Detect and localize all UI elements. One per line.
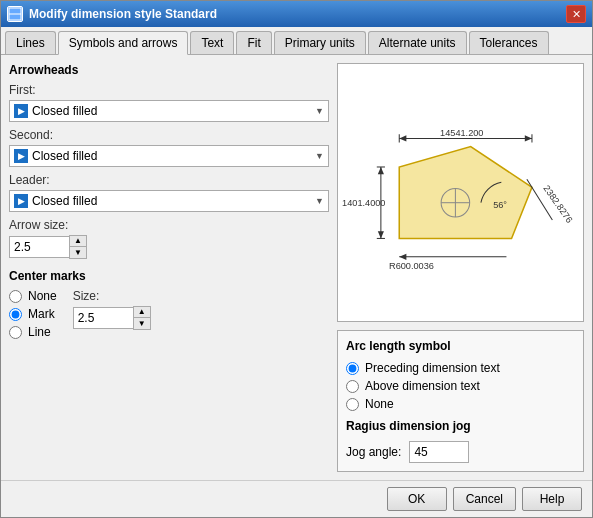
- arc-none-radio-label: None: [365, 397, 394, 411]
- jog-label: Ragius dimension jog: [346, 419, 575, 433]
- arc-length-radio-group: Preceding dimension text Above dimension…: [346, 361, 575, 411]
- help-button[interactable]: Help: [522, 487, 582, 511]
- tab-symbols-and-arrows[interactable]: Symbols and arrows: [58, 31, 189, 55]
- preceding-radio-label: Preceding dimension text: [365, 361, 500, 375]
- center-marks-radio-group: None Mark Line: [9, 289, 57, 339]
- size-up[interactable]: ▲: [134, 307, 150, 318]
- arrowheads-group: Arrowheads First: ▶ Closed filled ▼ Seco…: [9, 63, 329, 259]
- leader-label: Leader:: [9, 173, 329, 187]
- leader-dropdown-row: ▶ Closed filled ▼: [9, 190, 329, 212]
- size-section: Size: ▲ ▼: [73, 289, 151, 330]
- window-icon: [7, 6, 23, 22]
- jog-angle-input[interactable]: [409, 441, 469, 463]
- arc-none-radio[interactable]: [346, 398, 359, 411]
- size-spinbox: ▲ ▼: [73, 306, 151, 330]
- first-dropdown-row: ▶ Closed filled ▼: [9, 100, 329, 122]
- svg-text:1401.4000: 1401.4000: [342, 198, 385, 208]
- arc-length-label: Arc length symbol: [346, 339, 575, 353]
- preceding-radio[interactable]: [346, 362, 359, 375]
- main-window: Modify dimension style Standard ✕ Lines …: [0, 0, 593, 518]
- dropdown-arrow-1: ▼: [315, 106, 324, 116]
- mark-radio-label: Mark: [28, 307, 55, 321]
- jog-section: Ragius dimension jog Jog angle:: [346, 419, 575, 463]
- above-radio[interactable]: [346, 380, 359, 393]
- tab-tolerances[interactable]: Tolerances: [469, 31, 549, 54]
- arrow-size-spin-buttons: ▲ ▼: [69, 235, 87, 259]
- above-radio-row: Above dimension text: [346, 379, 575, 393]
- jog-angle-row: Jog angle:: [346, 441, 575, 463]
- jog-angle-label: Jog angle:: [346, 445, 401, 459]
- arc-none-radio-row: None: [346, 397, 575, 411]
- svg-text:56°: 56°: [493, 200, 507, 210]
- line-radio-label: Line: [28, 325, 51, 339]
- none-radio[interactable]: [9, 290, 22, 303]
- arrowhead-icon-3: ▶: [14, 194, 28, 208]
- tab-text[interactable]: Text: [190, 31, 234, 54]
- mark-radio[interactable]: [9, 308, 22, 321]
- close-button[interactable]: ✕: [566, 5, 586, 23]
- none-radio-label: None: [28, 289, 57, 303]
- tab-fit[interactable]: Fit: [236, 31, 271, 54]
- svg-text:R600.0036: R600.0036: [389, 261, 434, 271]
- center-marks-label: Center marks: [9, 269, 329, 283]
- size-down[interactable]: ▼: [134, 318, 150, 329]
- first-label: First:: [9, 83, 329, 97]
- leader-arrowhead-dropdown[interactable]: ▶ Closed filled ▼: [9, 190, 329, 212]
- second-label: Second:: [9, 128, 329, 142]
- none-radio-row: None: [9, 289, 57, 303]
- line-radio-row: Line: [9, 325, 57, 339]
- svg-text:14541.200: 14541.200: [440, 128, 483, 138]
- arc-length-section: Arc length symbol Preceding dimension te…: [337, 330, 584, 472]
- line-radio[interactable]: [9, 326, 22, 339]
- above-radio-label: Above dimension text: [365, 379, 480, 393]
- second-dropdown-row: ▶ Closed filled ▼: [9, 145, 329, 167]
- dropdown-arrow-2: ▼: [315, 151, 324, 161]
- main-content: Arrowheads First: ▶ Closed filled ▼ Seco…: [1, 55, 592, 480]
- left-panel: Arrowheads First: ▶ Closed filled ▼ Seco…: [9, 63, 329, 472]
- dimension-preview: 14541.200 1401.4000 R600.0036 2382.8276: [337, 63, 584, 322]
- size-label: Size:: [73, 289, 151, 303]
- mark-radio-row: Mark: [9, 307, 57, 321]
- arrow-size-input[interactable]: [9, 236, 69, 258]
- arrow-size-down[interactable]: ▼: [70, 247, 86, 258]
- tab-primary-units[interactable]: Primary units: [274, 31, 366, 54]
- arrow-size-spinbox: ▲ ▼: [9, 235, 329, 259]
- titlebar: Modify dimension style Standard ✕: [1, 1, 592, 27]
- window-title: Modify dimension style Standard: [29, 7, 566, 21]
- center-marks-group: Center marks None Mark Line: [9, 269, 329, 339]
- arrowheads-label: Arrowheads: [9, 63, 329, 77]
- right-panel: 14541.200 1401.4000 R600.0036 2382.8276: [337, 63, 584, 472]
- second-arrowhead-dropdown[interactable]: ▶ Closed filled ▼: [9, 145, 329, 167]
- cancel-button[interactable]: Cancel: [453, 487, 516, 511]
- bottom-bar: OK Cancel Help: [1, 480, 592, 517]
- tab-bar: Lines Symbols and arrows Text Fit Primar…: [1, 27, 592, 55]
- dropdown-arrow-3: ▼: [315, 196, 324, 206]
- ok-button[interactable]: OK: [387, 487, 447, 511]
- size-input[interactable]: [73, 307, 133, 329]
- arrow-size-up[interactable]: ▲: [70, 236, 86, 247]
- tab-lines[interactable]: Lines: [5, 31, 56, 54]
- arrowhead-icon-1: ▶: [14, 104, 28, 118]
- first-arrowhead-dropdown[interactable]: ▶ Closed filled ▼: [9, 100, 329, 122]
- arrow-size-label: Arrow size:: [9, 218, 329, 232]
- center-marks-size-row: None Mark Line Size:: [9, 289, 329, 339]
- size-spin-buttons: ▲ ▼: [133, 306, 151, 330]
- preceding-radio-row: Preceding dimension text: [346, 361, 575, 375]
- tab-alternate-units[interactable]: Alternate units: [368, 31, 467, 54]
- arrowhead-icon-2: ▶: [14, 149, 28, 163]
